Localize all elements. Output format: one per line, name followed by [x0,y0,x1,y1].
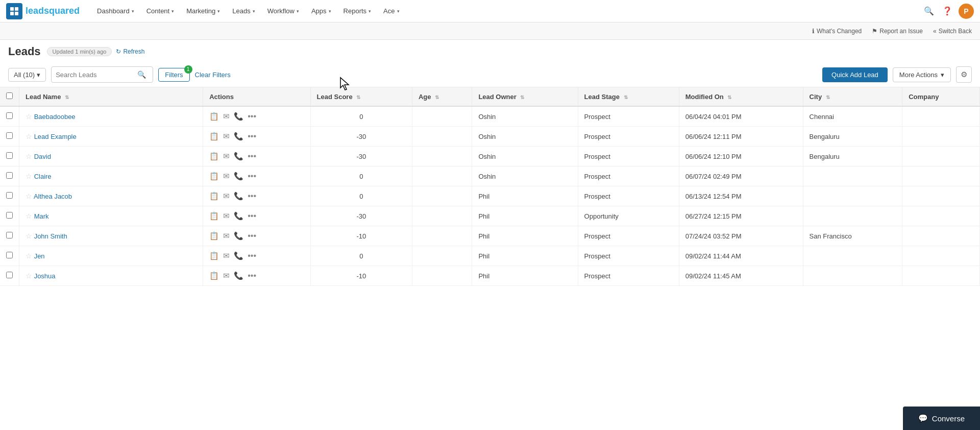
switch-back-link[interactable]: « Switch Back [933,28,972,35]
th-company[interactable]: Company [902,87,980,106]
call-icon[interactable]: 📞 [234,132,243,141]
search-input[interactable] [56,71,137,79]
row-checkbox[interactable] [6,172,13,179]
more-options-icon[interactable]: ••• [248,271,256,280]
call-icon[interactable]: 📞 [234,192,243,201]
select-all-checkbox[interactable] [6,92,13,99]
row-checkbox[interactable] [6,112,13,119]
more-options-icon[interactable]: ••• [248,172,256,181]
lead-name-link[interactable]: Jen [34,252,45,260]
clear-filters-button[interactable]: Clear Filters [195,71,231,79]
quick-add-lead-button[interactable]: Quick Add Lead [822,67,888,82]
chevron-down-icon: ▾ [132,9,134,14]
th-city[interactable]: City ⇅ [803,87,902,106]
nav-item-workflow[interactable]: Workflow ▾ [262,0,304,22]
add-task-icon[interactable]: 📋 [209,211,219,221]
help-button[interactable]: ❓ [940,4,954,18]
star-icon[interactable]: ☆ [26,212,32,220]
star-icon[interactable]: ☆ [26,192,32,200]
row-checkbox[interactable] [6,152,13,159]
call-icon[interactable]: 📞 [234,152,243,161]
star-icon[interactable]: ☆ [26,272,32,280]
lead-name-link[interactable]: John Smith [34,232,67,240]
row-checkbox[interactable] [6,272,13,278]
whats-changed-link[interactable]: ℹ What's Changed [812,28,862,35]
row-checkbox[interactable] [6,212,13,219]
more-actions-button[interactable]: More Actions ▾ [893,67,951,82]
nav-item-content[interactable]: Content ▾ [141,0,180,22]
lead-name-link[interactable]: Lead Example [34,133,77,140]
th-lead-stage[interactable]: Lead Stage ⇅ [578,87,679,106]
lead-name-link[interactable]: Baebadoobee [34,113,76,121]
add-task-icon[interactable]: 📋 [209,112,219,121]
add-task-icon[interactable]: 📋 [209,172,219,181]
settings-button[interactable]: ⚙ [956,66,972,83]
lead-name-link[interactable]: Claire [34,173,52,180]
filters-button[interactable]: Filters 1 [158,68,189,82]
th-lead-name[interactable]: Lead Name ⇅ [19,87,203,106]
send-email-icon[interactable]: ✉ [223,132,230,141]
age-cell [412,226,472,246]
send-email-icon[interactable]: ✉ [223,112,230,121]
nav-item-ace[interactable]: Ace ▾ [378,0,404,22]
call-icon[interactable]: 📞 [234,271,243,280]
star-icon[interactable]: ☆ [26,232,32,240]
logo[interactable]: leadsquared [6,3,80,19]
lead-score-cell: -30 [310,206,412,226]
star-icon[interactable]: ☆ [26,172,32,180]
add-task-icon[interactable]: 📋 [209,231,219,241]
call-icon[interactable]: 📞 [234,211,243,221]
add-task-icon[interactable]: 📋 [209,271,219,280]
row-checkbox[interactable] [6,132,13,139]
th-lead-score[interactable]: Lead Score ⇅ [310,87,412,106]
send-email-icon[interactable]: ✉ [223,251,230,260]
call-icon[interactable]: 📞 [234,172,243,181]
gear-icon: ⚙ [961,70,967,79]
lead-owner-cell: Phil [472,246,578,266]
add-task-icon[interactable]: 📋 [209,251,219,260]
lead-name-link[interactable]: David [34,153,51,160]
send-email-icon[interactable]: ✉ [223,211,230,221]
more-options-icon[interactable]: ••• [248,112,256,121]
report-issue-link[interactable]: ⚑ Report an Issue [872,28,923,35]
nav-item-leads[interactable]: Leads ▾ [227,0,260,22]
more-options-icon[interactable]: ••• [248,192,256,201]
lead-name-link[interactable]: Mark [34,212,49,220]
nav-item-marketing[interactable]: Marketing ▾ [181,0,225,22]
star-icon[interactable]: ☆ [26,132,32,140]
lead-name-link[interactable]: Althea Jacob [34,193,72,200]
star-icon[interactable]: ☆ [26,112,32,121]
more-options-icon[interactable]: ••• [248,132,256,141]
nav-item-apps[interactable]: Apps ▾ [306,0,336,22]
call-icon[interactable]: 📞 [234,112,243,121]
send-email-icon[interactable]: ✉ [223,152,230,161]
send-email-icon[interactable]: ✉ [223,231,230,241]
th-lead-owner[interactable]: Lead Owner ⇅ [472,87,578,106]
nav-item-dashboard[interactable]: Dashboard ▾ [92,0,139,22]
lead-name-link[interactable]: Joshua [34,272,56,280]
call-icon[interactable]: 📞 [234,231,243,241]
add-task-icon[interactable]: 📋 [209,132,219,141]
more-options-icon[interactable]: ••• [248,211,256,221]
search-button[interactable]: 🔍 [922,4,936,18]
star-icon[interactable]: ☆ [26,152,32,160]
th-modified-on[interactable]: Modified On ⇅ [679,87,803,106]
call-icon[interactable]: 📞 [234,251,243,260]
nav-item-reports[interactable]: Reports ▾ [338,0,377,22]
th-age[interactable]: Age ⇅ [412,87,472,106]
send-email-icon[interactable]: ✉ [223,271,230,280]
more-options-icon[interactable]: ••• [248,251,256,260]
row-checkbox[interactable] [6,232,13,238]
send-email-icon[interactable]: ✉ [223,192,230,201]
row-checkbox[interactable] [6,192,13,199]
all-leads-dropdown[interactable]: All (10) ▾ [8,68,46,82]
more-options-icon[interactable]: ••• [248,231,256,241]
add-task-icon[interactable]: 📋 [209,152,219,161]
add-task-icon[interactable]: 📋 [209,192,219,201]
avatar[interactable]: P [959,4,974,19]
send-email-icon[interactable]: ✉ [223,172,230,181]
star-icon[interactable]: ☆ [26,252,32,260]
more-options-icon[interactable]: ••• [248,152,256,161]
row-checkbox[interactable] [6,252,13,258]
refresh-button[interactable]: ↻ Refresh [116,48,144,55]
